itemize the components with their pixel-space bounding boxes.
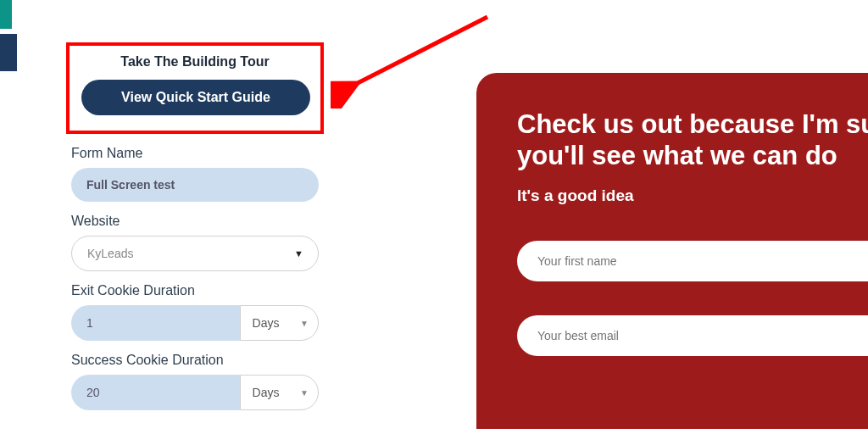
website-select[interactable] bbox=[71, 236, 319, 271]
preview-subheading: It's a good idea bbox=[517, 186, 868, 205]
edge-strip-blue bbox=[0, 34, 17, 71]
website-group: Website ▼ bbox=[66, 214, 324, 271]
svg-line-0 bbox=[354, 17, 487, 85]
preview-heading: Check us out because I'm sure you'll see… bbox=[517, 108, 868, 171]
success-cookie-label: Success Cookie Duration bbox=[71, 353, 319, 368]
form-name-input[interactable] bbox=[71, 168, 319, 202]
form-name-label: Form Name bbox=[71, 146, 319, 161]
edge-strip-teal bbox=[0, 0, 12, 29]
exit-cookie-unit-select[interactable] bbox=[240, 305, 319, 341]
form-preview-card: Check us out because I'm sure you'll see… bbox=[476, 73, 868, 429]
view-quick-start-button[interactable]: View Quick Start Guide bbox=[81, 80, 310, 115]
tour-callout-box: Take The Building Tour View Quick Start … bbox=[66, 42, 324, 134]
settings-panel: Take The Building Tour View Quick Start … bbox=[66, 42, 324, 410]
form-name-group: Form Name bbox=[66, 146, 324, 202]
success-cookie-unit-select[interactable] bbox=[240, 375, 319, 410]
exit-cookie-group: Exit Cookie Duration ▼ bbox=[66, 283, 324, 341]
annotation-arrow-icon bbox=[331, 7, 500, 108]
tour-title: Take The Building Tour bbox=[81, 54, 309, 70]
exit-cookie-input[interactable] bbox=[71, 305, 240, 341]
website-label: Website bbox=[71, 214, 319, 229]
success-cookie-group: Success Cookie Duration ▼ bbox=[66, 353, 324, 410]
preview-firstname-input[interactable] bbox=[517, 241, 868, 281]
success-cookie-input[interactable] bbox=[71, 375, 240, 410]
preview-email-input[interactable] bbox=[517, 315, 868, 356]
exit-cookie-label: Exit Cookie Duration bbox=[71, 283, 319, 298]
